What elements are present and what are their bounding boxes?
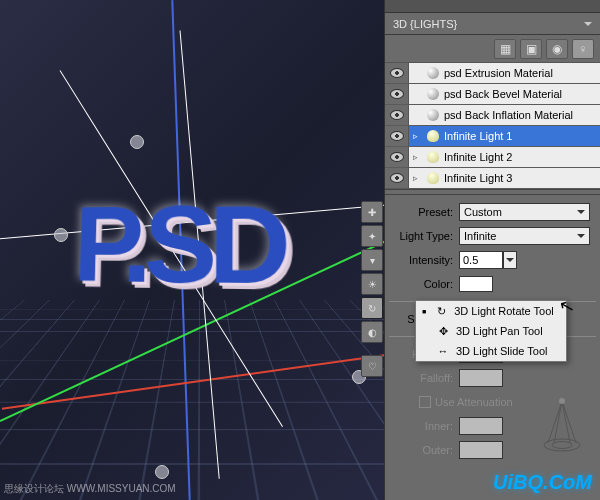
intensity-label: Intensity: [389,254,459,266]
visibility-toggle[interactable] [385,147,409,167]
light-properties: ✚ ✦ ▾ ☀ ↻ ◐ ♡ Preset: Custom Light Type:… [385,195,600,500]
outer-label: Outer: [389,444,459,456]
color-label: Color: [389,278,459,290]
layer-label: psd Back Bevel Material [409,84,600,104]
light-type-select[interactable]: Infinite [459,227,590,245]
light-spot-icon[interactable]: ▾ [361,249,383,271]
color-swatch[interactable] [459,276,493,292]
visibility-toggle[interactable] [385,105,409,125]
light-tool-flyout: ↻3D Light Rotate Tool✥3D Light Pan Tool↔… [415,300,567,362]
bulb-icon [427,130,439,142]
filter-mesh-icon[interactable]: ▣ [520,39,542,59]
flyout-item[interactable]: ↻3D Light Rotate Tool [416,301,566,321]
tool-icon: ↻ [434,304,448,318]
light-tool-column: ✚ ✦ ▾ ☀ ↻ ◐ ♡ [361,201,383,377]
sphere-icon [427,88,439,100]
layer-label: psd Back Inflation Material [409,105,600,125]
layer-row[interactable]: psd Back Inflation Material [385,105,600,126]
visibility-toggle[interactable] [385,63,409,83]
layer-label: ▹Infinite Light 1 [409,126,600,146]
layer-row[interactable]: ▹Infinite Light 2 [385,147,600,168]
panel-flyout-icon[interactable] [584,22,592,30]
eye-icon [390,89,404,99]
filter-icon-row: ▦ ▣ ◉ ♀ [385,35,600,63]
tool-icon: ✥ [436,324,450,338]
eye-icon [390,110,404,120]
light-type-label: Light Type: [389,230,459,242]
filter-scene-icon[interactable]: ▦ [494,39,516,59]
light-infinite-icon[interactable]: ☀ [361,273,383,295]
watermark-right: UiBQ.CoM [493,471,592,494]
flyout-item[interactable]: ✥3D Light Pan Tool [416,321,566,341]
svg-point-1 [552,442,572,449]
light-toggle-icon[interactable]: ♡ [361,355,383,377]
attenuation-label: Use Attenuation [435,396,519,408]
layer-row[interactable]: ▹Infinite Light 1 [385,126,600,147]
svg-point-2 [559,398,565,404]
flyout-item[interactable]: ↔3D Light Slide Tool [416,341,566,361]
light-handle[interactable] [130,135,144,149]
outer-input [459,441,503,459]
light-handle[interactable] [155,465,169,479]
light-color-icon[interactable]: ◐ [361,321,383,343]
falloff-input [459,369,503,387]
visibility-toggle[interactable] [385,168,409,188]
light-point-icon[interactable]: ✦ [361,225,383,247]
intensity-input[interactable]: 0.5 [459,251,503,269]
tool-icon: ↔ [436,344,450,358]
bulb-icon [427,151,439,163]
layer-row[interactable]: psd Back Bevel Material [385,84,600,105]
layer-row[interactable]: ▹Infinite Light 3 [385,168,600,189]
layer-label: ▹Infinite Light 3 [409,168,600,188]
sphere-icon [427,109,439,121]
eye-icon [390,131,404,141]
layer-label: ▹Infinite Light 2 [409,147,600,167]
filter-light-icon[interactable]: ♀ [572,39,594,59]
3d-viewport[interactable]: P.SD 思缘设计论坛 WWW.MISSYUAN.COM [0,0,384,500]
light-rotate-tool-icon[interactable]: ↻ [361,297,383,319]
panel-title: 3D {LIGHTS} [393,18,457,30]
visibility-toggle[interactable] [385,84,409,104]
intensity-slider-icon[interactable] [503,251,517,269]
eye-icon [390,68,404,78]
light-handle[interactable] [54,228,68,242]
layer-row[interactable]: psd Extrusion Material [385,63,600,84]
inner-input [459,417,503,435]
layer-list: psd Extrusion Materialpsd Back Bevel Mat… [385,63,600,189]
3d-lights-panel: 3D {LIGHTS} ▦ ▣ ◉ ♀ psd Extrusion Materi… [384,0,600,500]
preset-label: Preset: [389,206,459,218]
bulb-icon [427,172,439,184]
attenuation-checkbox[interactable] [419,396,431,408]
eye-icon [390,152,404,162]
inner-label: Inner: [389,420,459,432]
panel-header-bar[interactable] [385,0,600,13]
preset-select[interactable]: Custom [459,203,590,221]
falloff-label: Falloff: [389,372,459,384]
light-cone-diagram [542,397,582,452]
panel-tab[interactable]: 3D {LIGHTS} [385,13,600,35]
sphere-icon [427,67,439,79]
svg-point-0 [544,439,580,451]
layer-label: psd Extrusion Material [409,63,600,83]
visibility-toggle[interactable] [385,126,409,146]
eye-icon [390,173,404,183]
new-light-icon[interactable]: ✚ [361,201,383,223]
3d-text-object[interactable]: P.SD [72,179,283,309]
watermark-left: 思缘设计论坛 WWW.MISSYUAN.COM [4,482,176,496]
filter-material-icon[interactable]: ◉ [546,39,568,59]
